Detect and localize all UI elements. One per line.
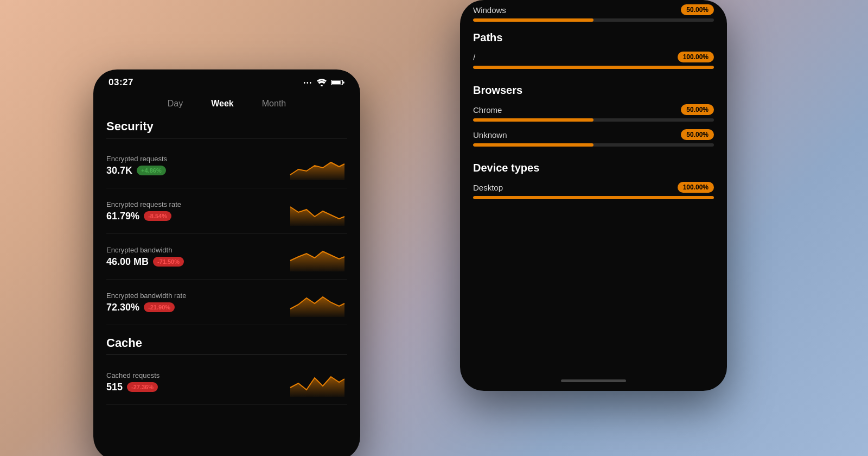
browsers-row-chrome: Chrome 50.00% (473, 104, 714, 122)
metric-badge-4: -21.90% (144, 302, 175, 312)
paths-row-slash: / 100.00% (473, 52, 714, 69)
metric-badge-5: -27.36% (127, 382, 158, 392)
svg-rect-3 (343, 81, 344, 83)
cache-title: Cache (106, 336, 347, 355)
metric-label-3: Encrypted bandwidth (106, 246, 184, 254)
right-content: Paths / 100.00% Browsers Chrome 50.00% (460, 27, 727, 210)
phone-content-left: Security Encrypted requests 30.7K +4.86% (93, 119, 360, 451)
path-slash-badge: 100.00% (678, 52, 714, 62)
metric-value-4: 72.30% (106, 302, 139, 313)
metric-value-2: 61.79% (106, 211, 139, 222)
desktop-badge: 100.00% (678, 182, 714, 193)
windows-label: Windows (473, 5, 506, 15)
cache-section: Cache Cached requests 515 -27.36% (106, 336, 347, 405)
path-slash-progress-bg (473, 66, 714, 69)
paths-section: Paths / 100.00% (473, 27, 714, 69)
security-section: Security Encrypted requests 30.7K +4.86% (106, 119, 347, 325)
tab-day[interactable]: Day (167, 97, 184, 111)
metric-label-5: Cached requests (106, 371, 159, 379)
windows-row-header: Windows 50.00% (473, 4, 714, 15)
device-types-section: Device types Desktop 100.00% (473, 157, 714, 199)
metric-encrypted-bandwidth: Encrypted bandwidth 46.00 MB -71.50% (106, 234, 347, 280)
metric-encrypted-bw-rate: Encrypted bandwidth rate 72.30% -21.90% (106, 280, 347, 325)
chrome-progress-fill (473, 118, 593, 122)
metric-value-1: 30.7K (106, 165, 132, 176)
tab-month[interactable]: Month (261, 97, 287, 111)
metric-label-2: Encrypted requests rate (106, 200, 181, 208)
browsers-section: Browsers Chrome 50.00% Unknown 50.00% (473, 80, 714, 147)
metric-cached-requests: Cached requests 515 -27.36% (106, 359, 347, 405)
sparkline-5 (288, 367, 347, 397)
device-types-title: Device types (473, 157, 714, 174)
battery-icon (331, 79, 345, 86)
tab-week[interactable]: Week (210, 97, 235, 111)
paths-title: Paths (473, 27, 714, 44)
chrome-label: Chrome (473, 105, 502, 115)
metric-value-3: 46.00 MB (106, 256, 149, 268)
status-bar-left: 03:27 ••• (93, 69, 360, 92)
unknown-label: Unknown (473, 130, 507, 140)
svg-rect-2 (331, 81, 340, 84)
windows-progress-bg (473, 18, 714, 22)
metric-encrypted-requests: Encrypted requests 30.7K +4.86% (106, 143, 347, 188)
tab-bar: Day Week Month (93, 92, 360, 119)
sparkline-1 (288, 150, 347, 180)
windows-progress-fill (473, 18, 593, 22)
phone-right: Windows 50.00% Paths / 100.00% Browsers (460, 0, 727, 391)
unknown-progress-fill (473, 143, 593, 147)
unknown-badge: 50.00% (681, 129, 714, 140)
sparkline-2 (288, 196, 347, 226)
metric-label-1: Encrypted requests (106, 155, 167, 163)
metric-badge-3: -71.50% (153, 257, 184, 267)
metric-label-4: Encrypted bandwidth rate (106, 292, 186, 300)
browsers-title: Browsers (473, 80, 714, 97)
unknown-progress-bg (473, 143, 714, 147)
windows-badge: 50.00% (681, 4, 714, 15)
phone-left: 03:27 ••• Day Week Month Security (93, 69, 360, 456)
wifi-icon (317, 79, 327, 86)
scroll-indicator (561, 379, 626, 382)
status-time: 03:27 (108, 77, 133, 88)
desktop-label: Desktop (473, 183, 503, 192)
desktop-progress-fill (473, 196, 714, 199)
device-row-desktop: Desktop 100.00% (473, 182, 714, 199)
metric-badge-1: +4.86% (137, 166, 166, 175)
metric-badge-2: -8.54% (144, 211, 171, 221)
svg-point-0 (321, 85, 323, 86)
windows-section-top: Windows 50.00% (460, 0, 727, 22)
sparkline-4 (288, 287, 347, 317)
browsers-row-unknown: Unknown 50.00% (473, 129, 714, 147)
metric-encrypted-rate: Encrypted requests rate 61.79% -8.54% (106, 188, 347, 234)
path-slash-label: / (473, 53, 475, 62)
dots-icon: ••• (303, 80, 312, 86)
path-slash-progress-fill (473, 66, 714, 69)
security-title: Security (106, 119, 347, 138)
desktop-progress-bg (473, 196, 714, 199)
metric-value-5: 515 (106, 382, 123, 393)
chrome-progress-bg (473, 118, 714, 122)
sparkline-3 (288, 242, 347, 271)
chrome-badge: 50.00% (681, 104, 714, 115)
status-icons: ••• (303, 79, 345, 86)
